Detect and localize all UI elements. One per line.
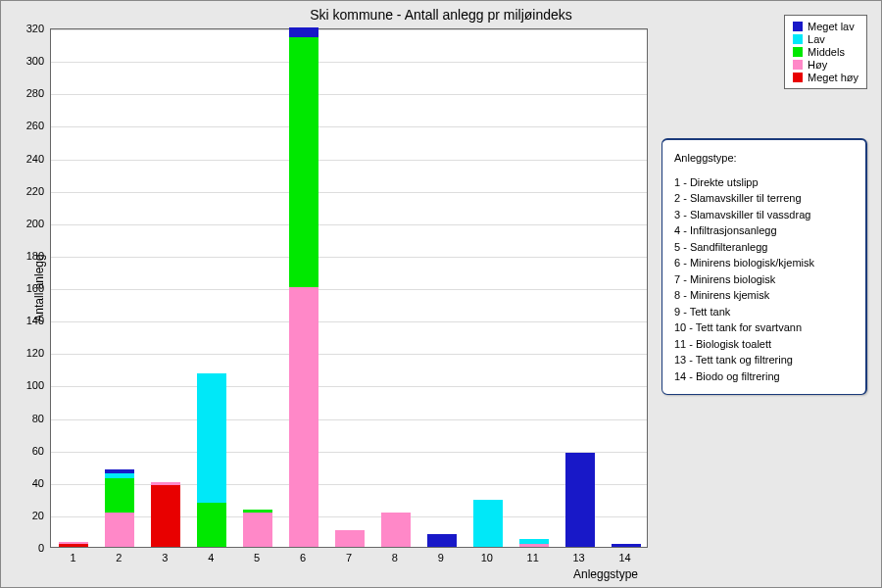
gridline xyxy=(51,516,647,517)
x-tick: 9 xyxy=(438,552,444,564)
gridline xyxy=(51,160,647,161)
info-box-body: 1 - Direkte utslipp2 - Slamavskiller til… xyxy=(674,174,854,385)
gridline xyxy=(51,452,647,453)
legend-item: Middels xyxy=(793,46,858,58)
info-line: 5 - Sandfilteranlegg xyxy=(674,239,854,256)
y-tick: 320 xyxy=(26,23,44,34)
legend-item: Høy xyxy=(793,59,858,71)
y-tick: 180 xyxy=(26,250,44,262)
info-line: 14 - Biodo og filtrering xyxy=(674,368,854,385)
y-tick: 140 xyxy=(26,315,44,326)
gridline xyxy=(51,321,647,322)
bar-segment xyxy=(335,530,365,547)
y-tick: 300 xyxy=(26,55,44,67)
info-line: 2 - Slamavskiller til terreng xyxy=(674,190,854,207)
x-tick: 10 xyxy=(481,552,493,564)
bar-segment xyxy=(289,287,318,547)
y-tick: 220 xyxy=(26,185,44,197)
x-tick: 5 xyxy=(254,552,260,564)
info-line: 3 - Slamavskiller til vassdrag xyxy=(674,207,854,223)
info-line: 10 - Tett tank for svartvann xyxy=(674,319,854,336)
gridline xyxy=(51,484,647,485)
y-tick: 160 xyxy=(26,282,44,294)
x-tick: 6 xyxy=(300,552,306,564)
plot-area xyxy=(50,28,648,548)
y-tick: 100 xyxy=(26,379,44,391)
bar xyxy=(197,373,226,547)
gridline xyxy=(51,62,647,63)
bar-segment xyxy=(427,534,457,547)
gridline xyxy=(51,224,647,225)
chart-container: Ski kommune - Antall anlegg pr miljøinde… xyxy=(0,0,882,588)
bar xyxy=(381,513,411,547)
x-tick: 1 xyxy=(70,552,75,564)
bar-segment xyxy=(381,513,411,547)
x-tick: 13 xyxy=(572,552,584,564)
info-line: 13 - Tett tank og filtrering xyxy=(674,352,854,368)
bar xyxy=(519,539,549,547)
legend-label: Meget lav xyxy=(808,21,855,32)
bar xyxy=(427,534,457,547)
bar-segment xyxy=(612,544,641,547)
legend-item: Lav xyxy=(793,33,858,45)
bar xyxy=(151,482,180,547)
bar xyxy=(565,453,595,547)
gridline xyxy=(51,257,647,258)
gridline xyxy=(51,126,647,127)
bar xyxy=(473,500,503,547)
info-line: 1 - Direkte utslipp xyxy=(674,174,854,191)
y-tick: 260 xyxy=(26,120,44,131)
info-box: Anleggstype: 1 - Direkte utslipp2 - Slam… xyxy=(662,138,867,395)
bar-segment xyxy=(243,513,272,547)
bar-segment xyxy=(105,478,134,513)
bar xyxy=(59,542,88,547)
x-tick: 11 xyxy=(527,552,539,564)
legend-label: Meget høy xyxy=(808,72,858,83)
info-line: 7 - Minirens biologisk xyxy=(674,271,854,288)
x-tick: 8 xyxy=(392,552,398,564)
y-tick: 120 xyxy=(26,347,44,359)
legend-swatch xyxy=(793,73,803,82)
gridline xyxy=(51,94,647,95)
legend: Meget lavLavMiddelsHøyMeget høy xyxy=(784,15,867,89)
legend-label: Middels xyxy=(808,46,845,58)
bar xyxy=(105,469,134,548)
legend-swatch xyxy=(793,60,803,70)
info-line: 4 - Infiltrasjonsanlegg xyxy=(674,222,854,239)
y-tick: 0 xyxy=(38,542,44,554)
bar-segment xyxy=(151,485,180,547)
legend-item: Meget høy xyxy=(793,72,858,83)
gridline xyxy=(51,354,647,355)
legend-swatch xyxy=(793,34,803,44)
chart-title: Ski kommune - Antall anlegg pr miljøinde… xyxy=(1,1,881,23)
bar xyxy=(243,510,272,547)
gridline xyxy=(51,289,647,290)
bar xyxy=(335,530,365,547)
gridline xyxy=(51,192,647,193)
x-tick: 2 xyxy=(116,552,122,564)
bar-segment xyxy=(197,503,226,547)
gridline xyxy=(51,386,647,387)
legend-item: Meget lav xyxy=(793,21,858,32)
y-tick: 80 xyxy=(32,413,44,424)
bar xyxy=(612,544,641,547)
y-tick: 40 xyxy=(32,477,44,489)
y-tick: 240 xyxy=(26,153,44,165)
y-tick: 60 xyxy=(32,445,44,457)
legend-swatch xyxy=(793,22,803,31)
info-line: 6 - Minirens biologisk/kjemisk xyxy=(674,255,854,271)
gridline xyxy=(51,419,647,420)
y-axis: Antall anlegg 02040608010012014016018020… xyxy=(1,28,48,548)
x-tick: 14 xyxy=(618,552,630,564)
x-axis: Anleggstype 12345678910111314 xyxy=(50,550,648,585)
x-tick: 4 xyxy=(208,552,214,564)
bar xyxy=(289,27,318,547)
bar-segment xyxy=(565,453,595,547)
legend-swatch xyxy=(793,47,803,57)
x-axis-label: Anleggstype xyxy=(573,567,638,581)
bar-segment xyxy=(473,500,503,547)
info-line: 11 - Biologisk toalett xyxy=(674,336,854,353)
x-tick: 3 xyxy=(162,552,168,564)
bar-segment xyxy=(289,27,318,37)
legend-label: Lav xyxy=(808,33,825,45)
